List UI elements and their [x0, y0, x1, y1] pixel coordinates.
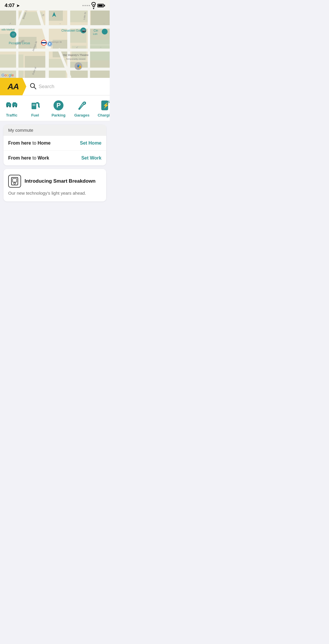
commute-from-home: From here to Home [8, 141, 51, 146]
quick-actions-bar: ⇔ ⇔ Traffic Fuel P Parking [0, 95, 110, 121]
svg-text:Lon: Lon [93, 32, 97, 35]
action-label-traffic: Traffic [6, 113, 17, 117]
svg-text:S: S [108, 100, 110, 104]
action-label-parking: Parking [51, 113, 66, 117]
svg-text:📷: 📷 [82, 29, 86, 32]
svg-text:ods Market: ods Market [1, 28, 15, 31]
svg-text:→: → [102, 22, 105, 25]
commute-header: My commute [4, 125, 106, 136]
search-bar[interactable]: AA Search [0, 78, 110, 95]
svg-point-71 [15, 106, 17, 107]
set-work-button[interactable]: Set Work [81, 155, 101, 161]
svg-line-63 [34, 87, 36, 89]
commute-row-home[interactable]: From here to Home Set Home [4, 136, 106, 151]
action-item-parking[interactable]: P Parking [47, 100, 70, 117]
signal-dots-icon [82, 5, 90, 6]
wifi-icon [92, 2, 96, 9]
svg-text:Piccadilly Circus: Piccadilly Circus [9, 42, 30, 45]
commute-card: My commute From here to Home Set Home Fr… [4, 125, 106, 165]
search-icon [30, 83, 36, 90]
svg-text:Jermyn St: Jermyn St [51, 41, 62, 43]
svg-text:←: ← [29, 45, 32, 49]
svg-rect-89 [13, 179, 17, 182]
cards-container: My commute From here to Home Set Home Fr… [0, 121, 110, 201]
svg-text:↗: ↗ [9, 22, 11, 25]
svg-text:⇔: ⇔ [14, 104, 16, 106]
breakdown-top: Introducing Smart Breakdown [8, 175, 101, 188]
search-input[interactable]: Search [36, 84, 110, 90]
fuel-icon [29, 100, 41, 111]
action-label-charging: Chargi... [98, 113, 110, 117]
svg-text:Her Majesty's Theatre: Her Majesty's Theatre [63, 54, 89, 56]
svg-text:←: ← [99, 45, 102, 49]
breakdown-card[interactable]: Introducing Smart Breakdown Our new tech… [4, 169, 106, 201]
commute-header-text: My commute [8, 128, 33, 133]
map-svg: Brewer St St Piccadilly Jermyn St Jermyn… [0, 11, 110, 78]
battery-icon [97, 4, 105, 7]
action-label-garages: Garages [74, 113, 89, 117]
aa-logo-text: AA [8, 82, 19, 91]
map-area[interactable]: Brewer St St Piccadilly Jermyn St Jermyn… [0, 11, 110, 78]
smart-breakdown-icon [8, 175, 21, 188]
charging-icon: ⚡ S [99, 100, 110, 111]
traffic-icon: ⇔ ⇔ [6, 100, 18, 111]
action-item-traffic[interactable]: ⇔ ⇔ Traffic [0, 100, 23, 117]
action-item-fuel[interactable]: Fuel [23, 100, 47, 117]
garages-icon [76, 100, 88, 111]
commute-row-work[interactable]: From here to Work Set Work [4, 151, 106, 165]
svg-rect-5 [91, 11, 110, 25]
svg-point-67 [9, 106, 11, 107]
svg-text:↙: ↙ [76, 45, 78, 49]
aa-logo[interactable]: AA [0, 78, 26, 95]
svg-point-66 [6, 106, 8, 107]
action-item-charging[interactable]: ⚡ S Chargi... [94, 100, 110, 117]
svg-point-83 [78, 108, 80, 110]
svg-text:Google: Google [1, 73, 14, 77]
commute-from-work: From here to Work [8, 155, 49, 161]
svg-rect-22 [67, 11, 70, 78]
breakdown-title: Introducing Smart Breakdown [25, 178, 96, 184]
parking-icon: P [53, 100, 64, 111]
svg-text:Chinatown Gate: Chinatown Gate [61, 29, 82, 32]
svg-text:⇔: ⇔ [8, 104, 10, 106]
svg-point-82 [83, 102, 86, 104]
svg-point-90 [14, 182, 15, 184]
svg-point-45 [102, 29, 108, 35]
svg-text:→: → [58, 22, 61, 25]
svg-point-70 [13, 106, 14, 107]
svg-rect-51 [41, 42, 46, 43]
location-icon: ➤ [16, 4, 20, 8]
action-item-garages[interactable]: Garages [70, 100, 94, 117]
svg-text:Cin: Cin [94, 29, 98, 32]
svg-text:🎭: 🎭 [77, 64, 82, 69]
breakdown-subtitle: Our new technology's light years ahead. [8, 191, 101, 196]
status-icons [82, 2, 105, 9]
svg-rect-75 [32, 104, 35, 106]
svg-rect-79 [39, 106, 40, 108]
status-bar: 4:07 ➤ [0, 0, 110, 11]
svg-text:Temporarily closed: Temporarily closed [66, 58, 85, 60]
svg-rect-14 [25, 56, 47, 78]
svg-text:P: P [56, 102, 61, 109]
svg-text:🛒: 🛒 [12, 32, 16, 37]
svg-rect-24 [88, 11, 90, 78]
action-label-fuel: Fuel [31, 113, 39, 117]
set-home-button[interactable]: Set Home [80, 141, 101, 146]
svg-point-54 [49, 43, 51, 45]
status-time: 4:07 ➤ [5, 3, 20, 8]
